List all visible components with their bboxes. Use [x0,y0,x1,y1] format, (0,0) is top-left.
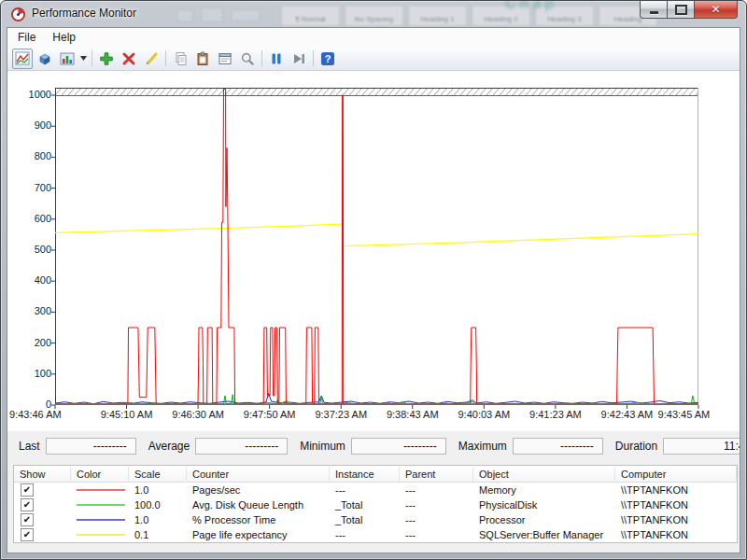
y-tick-label: 1000 [7,89,51,100]
stat-value-field: --------- [513,438,603,455]
stat-label: Average [148,440,190,453]
update-data-icon [291,51,306,66]
y-tick-label: 600 [7,213,51,224]
table-header-row: ShowColorScaleCounterInstanceParentObjec… [14,466,737,483]
color-cell [71,489,129,491]
column-header-show[interactable]: Show [14,467,71,481]
column-header-instance[interactable]: Instance [330,467,400,481]
zoom-button[interactable] [237,49,258,69]
add-counter-button[interactable] [96,49,117,69]
column-header-color[interactable]: Color [71,467,129,481]
stat-item-maximum: Maximum--------- [458,438,603,455]
toolbar-separator [92,50,92,66]
show-checkbox[interactable]: ✔ [21,528,34,541]
counter-cell: Avg. Disk Queue Length [187,499,330,511]
plot-background [55,88,698,405]
counter-row[interactable]: ✔0.1Page life expectancy------SQLServer:… [14,527,737,542]
scale-cell: 100.0 [129,499,187,511]
update-data-button[interactable] [289,49,309,69]
computer-cell: \\TPTANFKON [615,529,737,540]
ghost-blob [231,9,261,21]
caption-buttons: ✕ [640,1,738,19]
copy-properties-button[interactable] [170,49,190,69]
menu-help[interactable]: Help [46,29,82,46]
ghost-style-label: Heading 1 [408,7,466,25]
stat-item-average: Average--------- [148,438,288,455]
scale-cell: 1.0 [129,484,187,496]
maximize-icon [675,5,687,15]
computer-cell: \\TPTANFKON [615,514,737,525]
graph-type-dropdown[interactable] [78,49,88,69]
x-tick-label: 9:45:10 AM [101,409,153,420]
stat-item-minimum: Minimum--------- [300,438,446,455]
show-cell: ✔ [14,483,71,497]
stat-label: Last [19,440,40,453]
show-checkbox[interactable]: ✔ [21,498,34,511]
titlebar[interactable]: ¶ NormalNo SpacingHeading 1Heading 2Head… [1,1,746,27]
show-cell: ✔ [14,513,71,526]
color-swatch [77,504,125,506]
counter-row[interactable]: ✔100.0Avg. Disk Queue Length_Total---Phy… [14,497,737,512]
view-log-data-button[interactable] [35,49,55,69]
change-graph-type-icon [60,51,75,66]
show-checkbox[interactable]: ✔ [21,483,34,497]
object-cell: PhysicalDisk [473,499,615,511]
show-cell: ✔ [14,528,71,541]
delete-counter-button[interactable] [119,49,139,69]
chart-panel: 10009008007006005004003002001000 9:43:46… [7,71,740,431]
menu-file[interactable]: File [11,29,42,46]
y-tick-label: 500 [7,244,51,255]
close-button[interactable]: ✕ [694,1,738,19]
color-swatch [77,519,125,521]
performance-chart[interactable] [55,88,698,411]
y-tick-label: 300 [7,305,51,316]
highlight-button[interactable] [141,49,162,69]
ghost-heading-text: Chap [505,1,557,12]
perfmon-app-icon [11,7,25,21]
maximize-button[interactable] [667,1,694,19]
counter-legend-table: ShowColorScaleCounterInstanceParentObjec… [13,465,738,543]
x-tick-label: 9:47:50 AM [244,409,296,420]
help-button[interactable]: ? [317,49,338,69]
counter-row[interactable]: ✔1.0Pages/sec------Memory\\TPTANFKON [14,483,737,497]
column-header-scale[interactable]: Scale [129,467,187,481]
x-tick-label: 9:43:46 AM [9,409,62,420]
column-header-computer[interactable]: Computer [615,467,737,481]
stat-value-field: 11:47 [663,438,740,455]
color-swatch [77,534,125,536]
toolbar: ? [7,47,740,71]
object-cell: Memory [473,484,615,496]
y-tick-label: 700 [7,182,51,193]
show-checkbox[interactable]: ✔ [21,513,34,526]
change-graph-type-button[interactable] [57,49,78,69]
view-current-activity-icon [15,51,30,66]
x-tick-label: 9:37:23 AM [315,409,367,420]
freeze-display-button[interactable] [266,49,287,69]
scale-top-hatch [55,88,698,95]
x-tick-label: 9:38:43 AM [387,409,439,420]
view-current-activity-button[interactable] [12,49,33,69]
column-header-parent[interactable]: Parent [400,467,473,481]
column-header-counter[interactable]: Counter [187,467,330,481]
instance-cell: --- [330,529,400,540]
window-title: Performance Monitor [32,7,136,20]
paste-counter-list-button[interactable] [192,49,213,69]
color-cell [71,519,129,521]
menu-bar: File Help [7,28,740,47]
stat-value-field: --------- [195,438,288,455]
toolbar-separator [261,50,262,66]
computer-cell: \\TPTANFKON [615,499,737,511]
zoom-icon [240,51,255,66]
parent-cell: --- [400,484,473,496]
computer-cell: \\TPTANFKON [615,484,737,496]
minimize-icon [650,11,658,14]
y-tick-label: 800 [7,150,51,161]
minimize-button[interactable] [640,1,667,19]
object-cell: SQLServer:Buffer Manager [473,529,615,540]
counter-row[interactable]: ✔1.0% Processor Time_Total---Processor\\… [14,512,737,527]
toolbar-separator [165,50,166,66]
column-header-object[interactable]: Object [473,467,615,481]
y-tick-label: 100 [7,368,51,379]
properties-button[interactable] [215,49,235,69]
y-tick-label: 900 [7,119,51,131]
